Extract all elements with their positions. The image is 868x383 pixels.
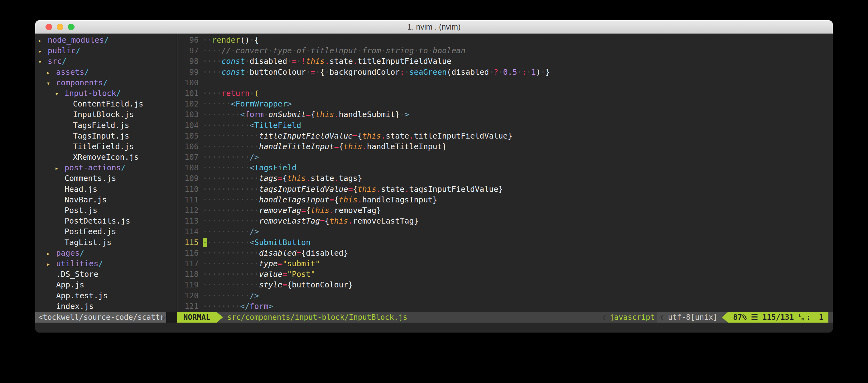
- tree-dir-label: node_modules: [48, 35, 104, 44]
- code-token: TagsField: [254, 163, 297, 172]
- chevron-down-icon[interactable]: ▾: [46, 78, 52, 89]
- code-line[interactable]: 113············removeLastTag={this.remov…: [177, 216, 833, 227]
- code-token: ··········: [203, 291, 250, 300]
- code-line[interactable]: 96··render()·{: [177, 35, 833, 45]
- code-line[interactable]: 114··········/>: [177, 227, 833, 237]
- tree-item[interactable]: ▸post-actions/: [35, 163, 177, 173]
- code-token: this: [287, 174, 306, 183]
- code-token: tagsInputFieldValue: [409, 185, 498, 194]
- code-token: =: [348, 185, 353, 194]
- code-line[interactable]: 97····//·convert·type·of·titleInput·from…: [177, 45, 833, 56]
- code-token: {: [311, 110, 315, 119]
- code-line[interactable]: 108··········<TagsField: [177, 163, 833, 173]
- code-token: titleInputFieldValue: [259, 131, 353, 140]
- command-line[interactable]: [35, 323, 833, 333]
- tree-item[interactable]: InputBlock.js: [35, 109, 177, 120]
- code-line[interactable]: 102······<FormWrapper>: [177, 99, 833, 109]
- tree-item[interactable]: App.js: [35, 280, 177, 290]
- tree-item[interactable]: TitleField.js: [35, 141, 177, 152]
- tree-item[interactable]: ▸assets/: [35, 67, 177, 77]
- code-line[interactable]: 101····return·(: [177, 88, 833, 99]
- chevron-down-icon[interactable]: ▾: [55, 89, 61, 99]
- code-line[interactable]: 104··········<TitleField: [177, 120, 833, 131]
- code-line[interactable]: 99····const·buttonColour·=·{·backgroundC…: [177, 67, 833, 77]
- code-token: this: [339, 195, 358, 204]
- tree-item[interactable]: ▾components/: [35, 77, 177, 88]
- tree-item[interactable]: ▸public/: [35, 45, 177, 56]
- tree-item[interactable]: ▸node_modules/: [35, 35, 177, 45]
- code-line[interactable]: 121········</form>: [177, 301, 833, 312]
- code-line[interactable]: 109············tags={this.state.tags}: [177, 173, 833, 184]
- code-token: ············: [203, 142, 259, 151]
- tree-dir-slash: /: [121, 163, 126, 172]
- tree-item[interactable]: ▾input-block/: [35, 88, 177, 99]
- tree-item[interactable]: Post.js: [35, 205, 177, 216]
- code-token: {: [324, 216, 329, 225]
- code-token: {: [287, 280, 292, 289]
- code-line[interactable]: 98····const·disabled·=·!this.state.title…: [177, 56, 833, 67]
- tree-item[interactable]: ▸utilities/: [35, 258, 177, 269]
- tree-item[interactable]: Comments.js: [35, 173, 177, 184]
- line-number: 118: [177, 269, 203, 280]
- code-editor[interactable]: 96··render()·{97····//·convert·type·of·t…: [177, 35, 833, 312]
- chevron-right-icon[interactable]: ▸: [46, 67, 52, 78]
- code-token: of: [297, 46, 306, 55]
- code-token: =: [278, 174, 282, 183]
- code-token: ·········: [207, 238, 249, 247]
- tree-file-label: Head.js: [65, 185, 97, 194]
- code-line[interactable]: 118············value="Post": [177, 269, 833, 280]
- code-token: removeLastTag: [259, 216, 320, 225]
- code-line[interactable]: 111············handleTagsInput={this.han…: [177, 195, 833, 205]
- code-line[interactable]: 110············tagsInputFieldValue={this…: [177, 184, 833, 195]
- chevron-right-icon[interactable]: ▸: [46, 259, 52, 269]
- code-token: }: [507, 131, 512, 140]
- code-line[interactable]: 120··········/>: [177, 290, 833, 301]
- tree-item[interactable]: index.js: [35, 301, 177, 312]
- tree-item[interactable]: TagsField.js: [35, 120, 177, 131]
- code-line[interactable]: 117············type="submit": [177, 258, 833, 269]
- terminal-window: 1. nvim . (nvim) ▸node_modules/▸public/▾…: [35, 20, 833, 333]
- code-line[interactable]: 106············handleTitleInput={this.ha…: [177, 141, 833, 152]
- tree-item[interactable]: NavBar.js: [35, 195, 177, 205]
- tree-item[interactable]: ▸pages/: [35, 248, 177, 258]
- code-line[interactable]: 116············disabled={disabled}: [177, 248, 833, 258]
- line-number: 105: [177, 131, 203, 141]
- code-token: =: [297, 248, 301, 257]
- code-token: onSubmit: [269, 110, 306, 119]
- code-line[interactable]: 105············titleInputFieldValue={thi…: [177, 131, 833, 141]
- tree-dir-label: public: [48, 46, 76, 55]
- code-token: ········: [203, 110, 240, 119]
- chevron-down-icon[interactable]: ▾: [38, 56, 44, 67]
- chevron-right-icon[interactable]: ▸: [38, 35, 44, 46]
- code-token: boolean: [433, 46, 465, 55]
- tree-item[interactable]: .DS_Store: [35, 269, 177, 280]
- code-line[interactable]: 115··········<SubmitButton: [177, 237, 833, 248]
- code-line[interactable]: 107··········/>: [177, 152, 833, 163]
- line-number: 109: [177, 173, 203, 184]
- code-line[interactable]: 103········<form·onSubmit={this.handleSu…: [177, 109, 833, 120]
- code-token: //: [221, 46, 231, 55]
- tree-item[interactable]: TagList.js: [35, 237, 177, 248]
- chevron-right-icon[interactable]: ▸: [38, 46, 44, 56]
- tree-item[interactable]: PostDetails.js: [35, 216, 177, 227]
- tree-file-label: TagsField.js: [73, 121, 129, 130]
- tree-item[interactable]: App.test.js: [35, 290, 177, 301]
- column-number: 1: [819, 312, 824, 323]
- tree-dir-label: components: [56, 78, 103, 87]
- code-token: handleTagsInput: [362, 195, 433, 204]
- tree-item[interactable]: ContentField.js: [35, 99, 177, 109]
- code-line[interactable]: 112············removeTag={this.removeTag…: [177, 205, 833, 216]
- code-token: state: [311, 174, 334, 183]
- code-token: form: [245, 110, 264, 119]
- code-token: tags: [339, 174, 358, 183]
- chevron-right-icon[interactable]: ▸: [46, 248, 52, 259]
- code-line[interactable]: 119············style={buttonColour}: [177, 280, 833, 290]
- tree-item[interactable]: ▾src/: [35, 56, 177, 67]
- tree-item[interactable]: PostFeed.js: [35, 227, 177, 237]
- tree-item[interactable]: Head.js: [35, 184, 177, 195]
- tree-item[interactable]: XRemoveIcon.js: [35, 152, 177, 163]
- tree-item[interactable]: TagsInput.js: [35, 131, 177, 141]
- chevron-right-icon[interactable]: ▸: [55, 163, 61, 173]
- code-line[interactable]: 100: [177, 77, 833, 88]
- tree-file-label: .DS_Store: [56, 270, 98, 279]
